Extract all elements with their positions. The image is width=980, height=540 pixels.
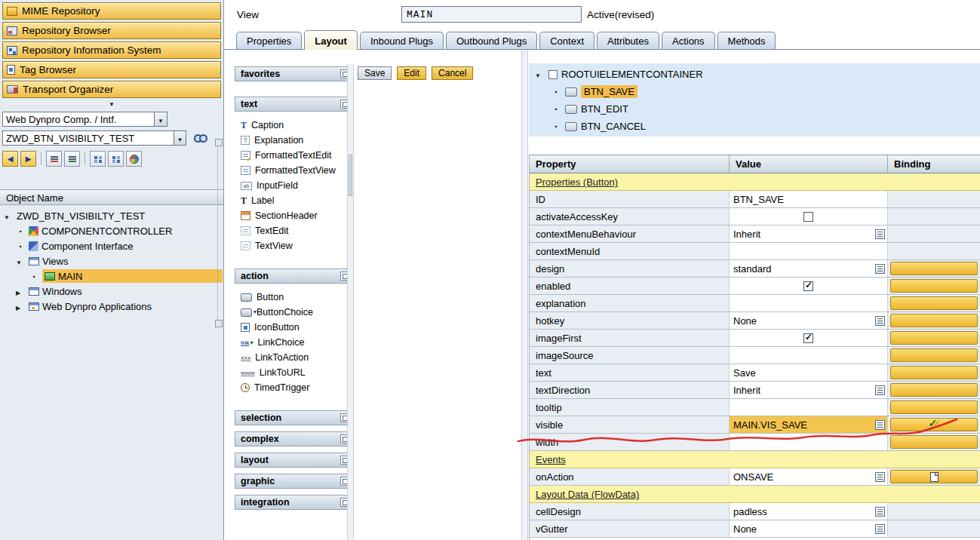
ui-tree-root-container[interactable]: ROOTUIELEMENTCONTAINER: [535, 66, 980, 83]
property-value[interactable]: ONSAVE: [730, 468, 888, 485]
property-value[interactable]: standard: [730, 260, 888, 277]
grid-view-button[interactable]: [108, 151, 124, 167]
property-value[interactable]: [730, 399, 888, 416]
value-help-icon[interactable]: [875, 420, 885, 430]
hierarchy-view-button[interactable]: [90, 151, 106, 167]
property-value[interactable]: Inherit: [730, 382, 888, 398]
tab-properties[interactable]: Properties: [236, 32, 302, 49]
back-button[interactable]: [2, 151, 18, 167]
preview-cancel-button[interactable]: Cancel: [432, 66, 473, 80]
palette-item-sectionheader[interactable]: SectionHeader: [241, 208, 352, 223]
palette-item-formattedtextview[interactable]: FormattedTextView: [241, 163, 352, 178]
property-value[interactable]: [730, 330, 888, 346]
object-category-select[interactable]: Web Dynpro Comp. / Intf.: [2, 112, 167, 127]
palette-item-linktourl[interactable]: LinkToURL: [241, 365, 352, 380]
palette-group-header[interactable]: complex: [235, 431, 352, 446]
expander-closed-icon[interactable]: [16, 301, 26, 312]
property-value[interactable]: None: [730, 312, 888, 329]
palette-group-header[interactable]: integration: [235, 495, 352, 510]
tab-context[interactable]: Context: [539, 32, 594, 49]
selected-tree-item[interactable]: MAIN: [42, 269, 223, 283]
forward-button[interactable]: [20, 151, 36, 167]
splitter-handle[interactable]: [217, 140, 223, 326]
property-value[interactable]: Inherit: [730, 226, 888, 242]
palette-scrollbar[interactable]: [347, 64, 354, 540]
tree-item-windows[interactable]: Windows: [0, 284, 223, 299]
binding-button[interactable]: [890, 400, 978, 414]
expander-open-icon[interactable]: [535, 69, 545, 80]
sort-ascending-button[interactable]: [64, 151, 80, 167]
palette-item-linkchoice[interactable]: LinkChoice: [241, 335, 352, 350]
nav-tag-browser[interactable]: Tag Browser: [2, 61, 221, 78]
tab-layout[interactable]: Layout: [304, 30, 358, 50]
tree-item-main[interactable]: MAIN: [0, 268, 223, 284]
property-value[interactable]: BTN_SAVE: [730, 191, 888, 207]
property-value[interactable]: [730, 208, 888, 225]
property-value[interactable]: None: [730, 520, 888, 537]
preview-scrollbar[interactable]: [521, 50, 528, 540]
palette-item-inputfield[interactable]: InputField: [241, 178, 352, 193]
checkbox[interactable]: [803, 333, 813, 343]
palette-item-textedit[interactable]: TextEdit: [241, 223, 352, 238]
binding-button[interactable]: [890, 279, 978, 293]
expander-open-icon[interactable]: [16, 256, 26, 267]
expander-closed-icon[interactable]: [16, 286, 26, 297]
expander-open-icon[interactable]: [4, 210, 14, 222]
palette-group-header[interactable]: selection: [235, 410, 352, 425]
property-value[interactable]: [730, 347, 888, 364]
value-help-icon[interactable]: [875, 472, 885, 482]
display-object-button[interactable]: [194, 134, 208, 142]
value-help-icon[interactable]: [875, 316, 885, 326]
binding-button[interactable]: [890, 262, 978, 275]
ui-tree-item-btn-cancel[interactable]: BTN_CANCEL: [535, 118, 980, 135]
tree-item-applications[interactable]: Web Dynpro Applications: [0, 299, 223, 314]
property-value-bound[interactable]: MAIN.VIS_SAVE: [730, 416, 888, 433]
nav-mime-repository[interactable]: MIME Repository: [2, 2, 221, 20]
tab-outbound-plugs[interactable]: Outbound Plugs: [446, 32, 537, 49]
palette-item-label-element[interactable]: Label: [241, 193, 352, 208]
object-history-dropdown[interactable]: [174, 130, 186, 146]
nav-repository-information-system[interactable]: Repository Information System: [2, 41, 221, 59]
preview-edit-button[interactable]: Edit: [397, 66, 426, 80]
scrollbar-thumb[interactable]: [349, 155, 352, 196]
property-value[interactable]: [730, 278, 888, 294]
palette-item-textview[interactable]: TextView: [241, 238, 352, 253]
value-help-icon[interactable]: [875, 229, 885, 239]
value-help-icon[interactable]: [875, 385, 885, 395]
refresh-button[interactable]: [126, 151, 142, 167]
palette-item-buttonchoice[interactable]: ButtonChoice: [241, 305, 352, 320]
property-value[interactable]: padless: [730, 503, 888, 520]
value-help-icon[interactable]: [875, 524, 885, 534]
nav-repository-browser[interactable]: Repository Browser: [2, 22, 221, 39]
value-help-icon[interactable]: [875, 264, 885, 274]
tab-actions[interactable]: Actions: [662, 32, 715, 49]
combo-dropdown-button[interactable]: [154, 112, 167, 126]
palette-item-explanation[interactable]: Explanation: [241, 133, 352, 148]
object-name-input[interactable]: [2, 130, 174, 146]
palette-group-header[interactable]: layout: [235, 453, 352, 468]
tab-inbound-plugs[interactable]: Inbound Plugs: [360, 32, 444, 49]
binding-button[interactable]: [890, 470, 978, 483]
palette-group-header[interactable]: graphic: [235, 474, 352, 489]
checkbox[interactable]: [803, 212, 813, 222]
palette-item-button[interactable]: Button: [241, 290, 352, 305]
view-name-input[interactable]: [401, 6, 582, 23]
ui-tree-item-btn-save[interactable]: BTN_SAVE: [535, 83, 980, 100]
preview-save-button[interactable]: Save: [358, 66, 392, 80]
tree-item-views[interactable]: Views: [0, 253, 223, 268]
palette-item-caption[interactable]: Caption: [241, 118, 352, 133]
palette-group-header[interactable]: favorites: [235, 66, 352, 81]
binding-button[interactable]: [890, 435, 978, 449]
nav-transport-organizer[interactable]: Transport Organizer: [2, 81, 221, 98]
palette-item-iconbutton[interactable]: IconButton: [241, 320, 352, 335]
tab-attributes[interactable]: Attributes: [597, 32, 659, 49]
palette-group-header[interactable]: action: [235, 268, 352, 284]
sort-descending-button[interactable]: [46, 151, 62, 167]
panel-more-button[interactable]: [0, 98, 223, 108]
binding-button[interactable]: [890, 348, 978, 362]
tree-item-component-interface[interactable]: Component Interface: [0, 238, 223, 253]
property-value[interactable]: [730, 295, 888, 311]
ui-tree-item-btn-edit[interactable]: BTN_EDIT: [535, 100, 980, 118]
palette-group-header[interactable]: text: [235, 97, 352, 112]
binding-button[interactable]: [890, 418, 978, 431]
